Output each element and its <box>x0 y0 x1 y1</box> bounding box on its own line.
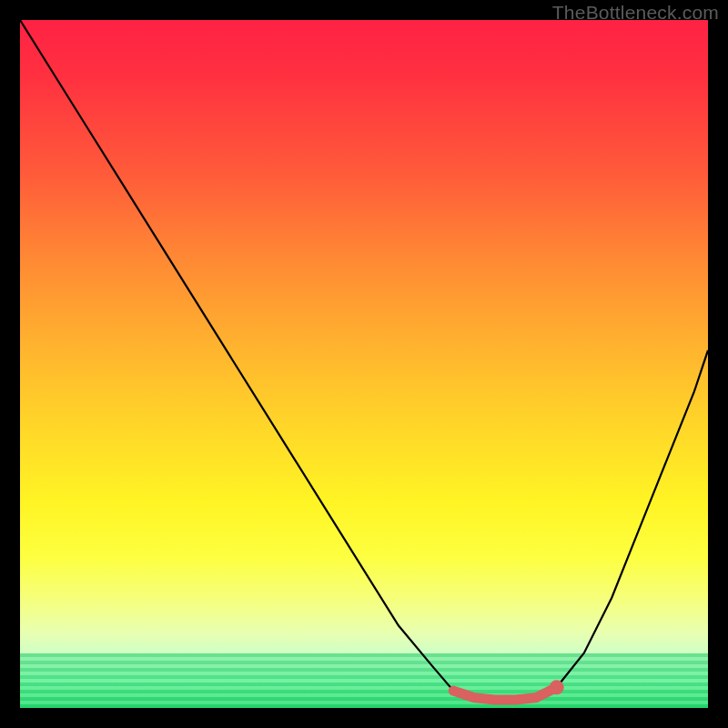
curve-layer <box>20 20 708 708</box>
chart-container: TheBottleneck.com <box>0 0 728 728</box>
plot-area <box>20 20 708 708</box>
flat-min-marker-path <box>453 687 556 700</box>
bottleneck-curve-path <box>20 20 708 703</box>
marker-dot <box>550 680 564 694</box>
